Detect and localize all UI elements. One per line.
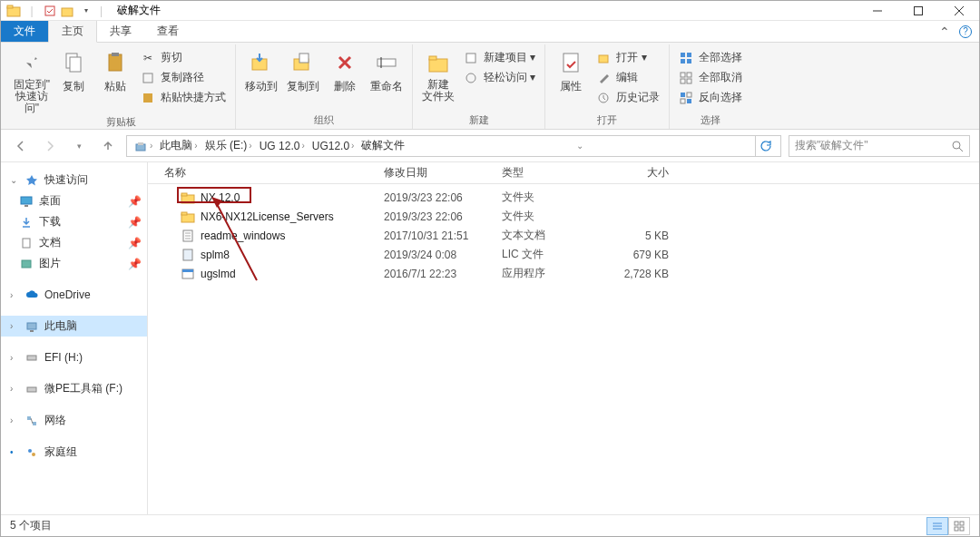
search-icon <box>951 140 964 152</box>
svg-rect-1 <box>7 5 13 8</box>
file-name: NX 12.0 <box>201 191 240 204</box>
edit-button[interactable]: 编辑 <box>593 69 663 86</box>
paste-button[interactable]: 粘贴 <box>95 46 135 94</box>
properties-button[interactable]: 属性 <box>551 46 591 94</box>
tab-share[interactable]: 共享 <box>97 21 144 42</box>
file-date: 2017/10/31 21:51 <box>377 229 495 242</box>
copy-path-button[interactable]: 复制路径 <box>137 69 230 86</box>
maximize-button[interactable] <box>897 1 938 21</box>
copy-path-icon <box>141 71 155 85</box>
ribbon-collapse-icon[interactable]: ⌃ <box>939 24 950 39</box>
breadcrumb-dropdown-icon[interactable]: ⌄ <box>576 141 587 151</box>
col-size[interactable]: 大小 <box>594 165 676 181</box>
help-icon[interactable]: ? <box>959 25 972 38</box>
history-button[interactable]: 历史记录 <box>593 89 663 106</box>
svg-rect-13 <box>143 93 152 103</box>
new-folder-button[interactable]: 新建 文件夹 <box>418 46 458 103</box>
tab-view[interactable]: 查看 <box>144 21 191 42</box>
drive-icon <box>24 382 39 396</box>
table-row[interactable]: NX6-NX12License_Servers2019/3/23 22:06文件… <box>148 207 979 226</box>
view-details-button[interactable] <box>926 517 948 535</box>
table-row[interactable]: splm82019/3/24 0:08LIC 文件679 KB <box>148 245 979 264</box>
nav-quick-access[interactable]: ⌄快速访问 <box>1 170 147 190</box>
table-row[interactable]: NX 12.02019/3/23 22:06文件夹 <box>148 188 979 207</box>
svg-point-40 <box>953 142 960 149</box>
back-button[interactable] <box>10 135 32 157</box>
svg-rect-33 <box>687 79 691 83</box>
svg-rect-50 <box>27 416 31 420</box>
breadcrumb-seg-2[interactable]: UG 12.0› <box>257 140 308 152</box>
table-row[interactable]: ugslmd2016/7/1 22:23应用程序2,728 KB <box>148 264 979 283</box>
delete-button[interactable]: 删除 <box>325 46 365 94</box>
group-select-label: 选择 <box>675 113 746 129</box>
file-rows: NX 12.02019/3/23 22:06文件夹NX6-NX12License… <box>148 184 979 514</box>
new-item-button[interactable]: 新建项目 ▾ <box>460 49 539 66</box>
copy-button[interactable]: 复制 <box>54 46 93 94</box>
copy-to-button[interactable]: 复制到 <box>283 46 323 94</box>
breadcrumb[interactable]: › 此电脑› 娱乐 (E:)› UG 12.0› UG12.0› 破解文件 ⌄ <box>126 135 781 157</box>
svg-rect-39 <box>138 142 143 145</box>
paste-shortcut-button[interactable]: 粘贴快捷方式 <box>137 89 230 106</box>
group-organize-label: 组织 <box>241 113 407 129</box>
open-button[interactable]: 打开 ▾ <box>593 49 663 66</box>
nav-wepe[interactable]: ›微PE工具箱 (F:) <box>1 378 147 399</box>
search-input[interactable]: 搜索"破解文件" <box>789 135 970 157</box>
file-name: splm8 <box>201 249 230 261</box>
minimize-button[interactable] <box>857 1 897 21</box>
recent-dropdown[interactable]: ▾ <box>68 135 90 157</box>
svg-rect-46 <box>27 323 36 329</box>
breadcrumb-seg-3[interactable]: UG12.0› <box>309 140 358 152</box>
network-icon <box>24 414 39 428</box>
forward-button[interactable] <box>39 135 61 157</box>
nav-homegroup[interactable]: •家庭组 <box>1 442 147 463</box>
nav-efi[interactable]: ›EFI (H:) <box>1 347 147 367</box>
svg-line-52 <box>31 418 33 424</box>
view-icons-button[interactable] <box>948 517 970 535</box>
breadcrumb-seg-0[interactable]: 此电脑› <box>157 138 200 153</box>
col-name[interactable]: 名称 <box>148 165 377 181</box>
svg-rect-71 <box>955 522 958 525</box>
breadcrumb-root-icon[interactable]: › <box>131 139 155 153</box>
file-date: 2019/3/24 0:08 <box>377 249 495 261</box>
properties-qat-icon[interactable] <box>42 3 58 19</box>
col-type[interactable]: 类型 <box>495 165 594 181</box>
cut-button[interactable]: ✂剪切 <box>137 49 230 66</box>
select-none-button[interactable]: 全部取消 <box>675 69 746 86</box>
new-folder-qat-icon[interactable] <box>60 3 76 19</box>
breadcrumb-seg-1[interactable]: 娱乐 (E:)› <box>202 138 255 153</box>
delete-icon <box>330 48 359 77</box>
address-bar: ▾ › 此电脑› 娱乐 (E:)› UG 12.0› UG12.0› 破解文件 … <box>1 130 979 162</box>
invert-selection-button[interactable]: 反向选择 <box>675 89 746 106</box>
breadcrumb-seg-4[interactable]: 破解文件 <box>358 138 407 153</box>
pin-to-quick-access-button[interactable]: 固定到" 快速访问" <box>12 46 52 115</box>
nav-desktop[interactable]: 桌面📌 <box>1 190 147 211</box>
tab-file[interactable]: 文件 <box>1 21 48 42</box>
col-date[interactable]: 修改日期 <box>377 165 495 181</box>
svg-rect-17 <box>377 59 396 66</box>
qat-dropdown-icon[interactable]: ▾ <box>78 3 94 19</box>
downloads-icon <box>19 215 34 229</box>
nav-pictures[interactable]: 图片📌 <box>1 253 147 274</box>
nav-onedrive[interactable]: ›OneDrive <box>1 285 147 305</box>
svg-rect-12 <box>143 73 152 83</box>
file-size: 5 KB <box>594 229 676 242</box>
refresh-button[interactable] <box>755 136 777 156</box>
easy-access-button[interactable]: 轻松访问 ▾ <box>460 69 539 86</box>
nav-this-pc[interactable]: ›此电脑 <box>1 316 147 337</box>
history-icon <box>596 91 611 105</box>
tab-home[interactable]: 主页 <box>48 21 97 43</box>
svg-rect-37 <box>681 99 685 103</box>
file-icon <box>181 248 195 262</box>
move-to-button[interactable]: 移动到 <box>241 46 281 94</box>
svg-rect-73 <box>955 527 958 531</box>
svg-rect-47 <box>30 330 34 332</box>
select-all-button[interactable]: 全部选择 <box>675 49 746 66</box>
table-row[interactable]: readme_windows2017/10/31 21:51文本文档5 KB <box>148 226 979 245</box>
nav-downloads[interactable]: 下载📌 <box>1 211 147 232</box>
nav-documents[interactable]: 文档📌 <box>1 232 147 253</box>
nav-network[interactable]: ›网络 <box>1 410 147 431</box>
close-button[interactable] <box>938 1 979 21</box>
window-title: 破解文件 <box>117 3 161 18</box>
rename-button[interactable]: 重命名 <box>367 46 407 94</box>
up-button[interactable] <box>97 135 119 157</box>
